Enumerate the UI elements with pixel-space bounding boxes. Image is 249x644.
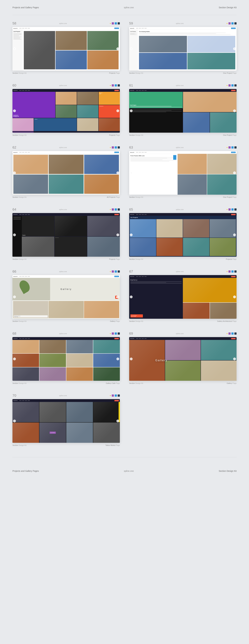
card-62-preview: ‹ › Section Kit Get It Now — [12, 151, 120, 195]
next-arrow[interactable]: › — [233, 48, 236, 50]
card-64-meta-top: 64 spline.one ♥ — [12, 208, 120, 212]
nav-bar: Section Kit Get It Now — [12, 151, 120, 154]
blue-icon — [232, 208, 234, 210]
next-arrow[interactable]: › — [116, 358, 119, 360]
card-67-site: spline.one — [176, 270, 184, 272]
heart-icon: ♥ — [227, 84, 228, 87]
pinterest-icon — [229, 84, 231, 86]
dark-icon — [118, 22, 120, 24]
dark-icon — [234, 208, 237, 210]
heart-icon: ♥ — [110, 84, 111, 87]
card-62-label-right: All Projects Page — [107, 196, 120, 198]
blue-icon — [115, 22, 117, 24]
card-67-label-right: Gallery Architecture Page — [217, 320, 237, 322]
header-bar: Projects and Gallery Pages spline.one Se… — [12, 0, 237, 14]
mockup-66: Section Kit Get It Now — [12, 275, 120, 319]
card-62-icons: ♥ — [110, 146, 120, 149]
dark-icon — [234, 332, 237, 334]
card-68-meta-top: 68 spline.one ♥ — [12, 332, 120, 336]
prev-arrow[interactable]: ‹ — [13, 420, 16, 422]
card-63: 63 spline.one ♥ ‹ › Section Kit — [129, 146, 237, 198]
next-arrow[interactable]: › — [116, 172, 119, 174]
pinterest-icon — [229, 208, 231, 210]
mockup-69: Section Kit Get It Now — [129, 337, 237, 381]
card-59-meta-top: 59 spline.one ♥ — [129, 21, 237, 26]
card-66: 66 spline.one ♥ ‹ › Section Kit — [12, 270, 120, 322]
card-62-site: spline.one — [59, 146, 67, 148]
dark-icon — [234, 84, 237, 86]
card-65-meta-bottom: Section Design Kit Projects Page — [129, 258, 237, 260]
card-63-icons: ♥ — [227, 146, 237, 149]
cards-grid: 58 spline.one ♥ ‹ › Section Kit — [12, 21, 237, 456]
card-70-preview: ‹ › Section Kit Get It Now — [12, 399, 120, 443]
card-65-number: 65 — [129, 208, 133, 212]
card-59-meta-bottom: Section Design Kit One Project Page — [129, 72, 237, 74]
card-69-number: 69 — [129, 332, 133, 336]
next-arrow[interactable]: › — [233, 358, 236, 360]
pinterest-icon — [112, 84, 114, 86]
nav-bar: Section Kit Get It Now — [12, 89, 120, 92]
header-right: Section Design Kit — [219, 6, 237, 9]
card-70-number: 70 — [12, 394, 16, 398]
prev-arrow[interactable]: ‹ — [130, 110, 133, 112]
card-66-meta-top: 66 spline.one ♥ — [12, 270, 120, 274]
works-overlay: Our Works — [49, 432, 56, 434]
card-64-preview: ‹ › Section Kit Get It Now — [12, 213, 120, 257]
prev-arrow[interactable]: ‹ — [13, 48, 16, 50]
prev-arrow[interactable]: ‹ — [13, 172, 16, 174]
header-center: spline.one — [124, 6, 134, 9]
card-67-icons: ♥ — [227, 270, 237, 273]
prev-arrow[interactable]: ‹ — [130, 172, 133, 174]
card-61: 61 spline.one ♥ ‹ › Section Kit — [129, 84, 237, 136]
prev-arrow[interactable]: ‹ — [13, 296, 16, 298]
prev-arrow[interactable]: ‹ — [130, 234, 133, 236]
heart-icon: ♥ — [227, 270, 228, 273]
card-64-label-left: Section Design Kit — [12, 258, 26, 260]
card-66-icons: ♥ — [110, 270, 120, 273]
card-60: 60 spline.one ♥ ‹ › Section Kit — [12, 84, 120, 136]
card-61-site: spline.one — [176, 84, 184, 86]
prev-arrow[interactable]: ‹ — [13, 234, 16, 236]
nav-bar: Section Kit Get It Now — [129, 151, 237, 154]
card-68-number: 68 — [12, 332, 16, 336]
next-arrow[interactable]: › — [116, 420, 119, 422]
dark-icon — [118, 146, 120, 148]
card-60-site: spline.one — [59, 84, 67, 86]
next-arrow[interactable]: › — [233, 110, 236, 112]
next-arrow[interactable]: › — [116, 110, 119, 112]
next-arrow[interactable]: › — [233, 234, 236, 236]
card-58-meta-top: 58 spline.one ♥ — [12, 21, 120, 26]
card-67-preview: ‹ › Section Kit Get It Now — [129, 275, 237, 319]
next-arrow[interactable]: › — [233, 296, 236, 298]
next-arrow[interactable]: › — [233, 172, 236, 174]
pinterest-icon — [229, 146, 231, 148]
card-60-label-left: Section Design Kit — [12, 134, 26, 136]
next-arrow[interactable]: › — [116, 296, 119, 298]
card-64-site: spline.one — [59, 208, 67, 210]
mockup-62: Section Kit Get It Now — [12, 151, 120, 195]
dark-icon — [118, 208, 120, 210]
mockup-64: Section Kit Get It Now — [12, 213, 120, 257]
card-68-label-left: Section Design Kit — [12, 382, 26, 384]
card-65: 65 spline.one ♥ ‹ › Section Kit — [129, 208, 237, 260]
pinterest-icon — [112, 394, 114, 397]
blue-icon — [232, 332, 234, 334]
prev-arrow[interactable]: ‹ — [130, 48, 133, 50]
card-58-site: spline.one — [59, 22, 67, 24]
card-69-meta-bottom: Section Design Kit Gallery Page — [129, 382, 237, 384]
prev-arrow[interactable]: ‹ — [130, 358, 133, 360]
heart-icon: ♥ — [227, 332, 228, 335]
next-arrow[interactable]: › — [116, 234, 119, 236]
prev-arrow[interactable]: ‹ — [13, 358, 16, 360]
blue-icon — [115, 332, 117, 334]
prev-arrow[interactable]: ‹ — [13, 110, 16, 112]
card-68-site: spline.one — [59, 332, 67, 334]
card-70-label-left: Section Design Kit — [12, 444, 26, 446]
card-58-icons: ♥ — [110, 22, 120, 25]
card-58-label-right: Projects Page — [109, 72, 120, 74]
prev-arrow[interactable]: ‹ — [130, 296, 133, 298]
next-arrow[interactable]: › — [116, 48, 119, 50]
card-64-icons: ♥ — [110, 208, 120, 211]
card-63-site: spline.one — [176, 146, 184, 148]
card-69-site: spline.one — [176, 332, 184, 334]
